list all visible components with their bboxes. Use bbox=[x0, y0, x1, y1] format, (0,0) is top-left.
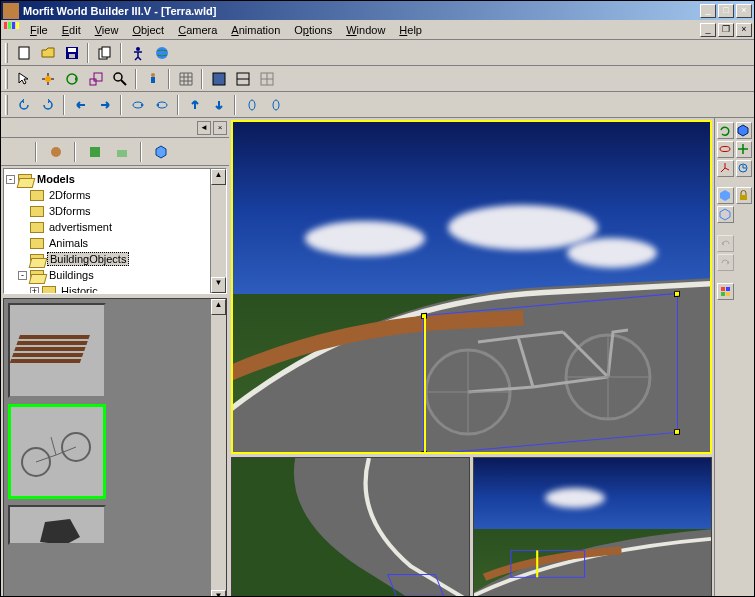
tree-view[interactable]: - Models 2Dforms 3Dforms advertisment An… bbox=[3, 168, 227, 294]
arrow-down-button[interactable] bbox=[207, 94, 230, 116]
panel-tab1-button[interactable] bbox=[5, 141, 28, 163]
menu-options[interactable]: Options bbox=[287, 22, 339, 38]
rotate-ccw-button[interactable] bbox=[12, 94, 35, 116]
mdi-minimize-button[interactable]: _ bbox=[700, 23, 716, 37]
tool-cube-button[interactable] bbox=[736, 122, 753, 139]
tool-lock-button[interactable] bbox=[736, 187, 753, 204]
rotate-x-ccw-button[interactable] bbox=[126, 94, 149, 116]
scroll-down-button[interactable]: ▼ bbox=[211, 590, 226, 597]
tool-redo-button[interactable] bbox=[717, 254, 734, 271]
menu-object[interactable]: Object bbox=[125, 22, 171, 38]
folder-icon bbox=[42, 286, 56, 295]
left-panel: ◄ × - Models 2Dforms 3Dforms advertis bbox=[1, 118, 229, 597]
svg-point-8 bbox=[45, 76, 51, 82]
panel-tab4-button[interactable] bbox=[110, 141, 133, 163]
accessibility-button[interactable] bbox=[126, 42, 149, 64]
maximize-button[interactable]: □ bbox=[718, 4, 734, 18]
tool-puzzle-button[interactable] bbox=[717, 283, 734, 300]
rotate-z-ccw-button[interactable] bbox=[240, 94, 263, 116]
menu-edit[interactable]: Edit bbox=[55, 22, 88, 38]
panel-close-button[interactable]: × bbox=[213, 121, 227, 135]
tool-rotate-x-button[interactable] bbox=[717, 141, 734, 158]
folder-icon bbox=[30, 190, 44, 201]
workspace: ◄ × - Models 2Dforms 3Dforms advertis bbox=[1, 118, 754, 597]
window3-button[interactable] bbox=[255, 68, 278, 90]
rotate-z-cw-button[interactable] bbox=[264, 94, 287, 116]
save-button[interactable] bbox=[60, 42, 83, 64]
tool-move-button[interactable] bbox=[736, 141, 753, 158]
thumb-scrollbar[interactable]: ▲ ▼ bbox=[210, 299, 226, 597]
thumb-rock[interactable] bbox=[8, 505, 106, 545]
tree-scrollbar[interactable]: ▲ ▼ bbox=[210, 169, 226, 293]
tool-axes-button[interactable] bbox=[717, 160, 734, 177]
viewport-side[interactable] bbox=[473, 457, 712, 597]
panel-back-button[interactable]: ◄ bbox=[197, 121, 211, 135]
scale-button[interactable] bbox=[84, 68, 107, 90]
grid-button[interactable] bbox=[174, 68, 197, 90]
menu-view[interactable]: View bbox=[88, 22, 126, 38]
close-button[interactable]: × bbox=[736, 4, 752, 18]
thumb-bench[interactable] bbox=[8, 303, 106, 398]
zoom-button[interactable] bbox=[108, 68, 131, 90]
svg-rect-10 bbox=[90, 79, 96, 85]
toolbar-nav bbox=[1, 92, 754, 118]
viewport-main[interactable] bbox=[231, 120, 712, 454]
move-button[interactable] bbox=[36, 68, 59, 90]
menu-camera[interactable]: Camera bbox=[171, 22, 224, 38]
open-button[interactable] bbox=[36, 42, 59, 64]
svg-point-6 bbox=[136, 47, 140, 51]
arrow-left-button[interactable] bbox=[69, 94, 92, 116]
tree-item-buildings[interactable]: -Buildings bbox=[6, 267, 224, 283]
new-button[interactable] bbox=[12, 42, 35, 64]
person-button[interactable] bbox=[141, 68, 164, 90]
menu-window[interactable]: Window bbox=[339, 22, 392, 38]
collapse-icon[interactable]: - bbox=[6, 175, 15, 184]
rotate-x-cw-button[interactable] bbox=[150, 94, 173, 116]
tool-undo-button[interactable] bbox=[717, 235, 734, 252]
scroll-up-button[interactable]: ▲ bbox=[211, 169, 226, 185]
arrow-right-button[interactable] bbox=[93, 94, 116, 116]
menu-animation[interactable]: Animation bbox=[224, 22, 287, 38]
collapse-icon[interactable]: - bbox=[18, 271, 27, 280]
panel-tab3-button[interactable] bbox=[83, 141, 106, 163]
select-button[interactable] bbox=[12, 68, 35, 90]
mdi-close-button[interactable]: × bbox=[736, 23, 752, 37]
selection-box[interactable] bbox=[423, 293, 678, 454]
window2-button[interactable] bbox=[231, 68, 254, 90]
copy-button[interactable] bbox=[93, 42, 116, 64]
svg-rect-52 bbox=[721, 287, 725, 291]
tree-item-2dforms[interactable]: 2Dforms bbox=[6, 187, 224, 203]
tree-item-advertisment[interactable]: advertisment bbox=[6, 219, 224, 235]
scroll-up-button[interactable]: ▲ bbox=[211, 299, 226, 315]
panel-tab2-button[interactable] bbox=[44, 141, 67, 163]
globe-button[interactable] bbox=[150, 42, 173, 64]
toolbar-edit bbox=[1, 66, 754, 92]
expand-icon[interactable]: + bbox=[30, 287, 39, 295]
folder-icon bbox=[30, 206, 44, 217]
tree-item-historic[interactable]: +Historic bbox=[6, 283, 224, 294]
rotate-button[interactable] bbox=[60, 68, 83, 90]
panel-tab5-button[interactable] bbox=[149, 141, 172, 163]
mdi-icon bbox=[3, 22, 19, 38]
minimize-button[interactable]: _ bbox=[700, 4, 716, 18]
right-toolbar bbox=[714, 118, 754, 597]
tree-root[interactable]: - Models bbox=[6, 171, 224, 187]
tool-cube3-button[interactable] bbox=[717, 206, 734, 223]
svg-rect-27 bbox=[90, 147, 100, 157]
tool-refresh-button[interactable] bbox=[717, 122, 734, 139]
tree-item-animals[interactable]: Animals bbox=[6, 235, 224, 251]
arrow-up-button[interactable] bbox=[183, 94, 206, 116]
tree-item-3dforms[interactable]: 3Dforms bbox=[6, 203, 224, 219]
rotate-cw-button[interactable] bbox=[36, 94, 59, 116]
window1-button[interactable] bbox=[207, 68, 230, 90]
tool-reset-button[interactable] bbox=[736, 160, 753, 177]
tree-item-buildingobjects[interactable]: BuildingObjects bbox=[6, 251, 224, 267]
thumb-bicycle[interactable] bbox=[8, 404, 106, 499]
menu-help[interactable]: Help bbox=[392, 22, 429, 38]
scroll-down-button[interactable]: ▼ bbox=[211, 277, 226, 293]
tree-root-label: Models bbox=[35, 173, 77, 185]
tool-cube2-button[interactable] bbox=[717, 187, 734, 204]
viewport-top[interactable] bbox=[231, 457, 470, 597]
menu-file[interactable]: File bbox=[23, 22, 55, 38]
mdi-restore-button[interactable]: ❐ bbox=[718, 23, 734, 37]
